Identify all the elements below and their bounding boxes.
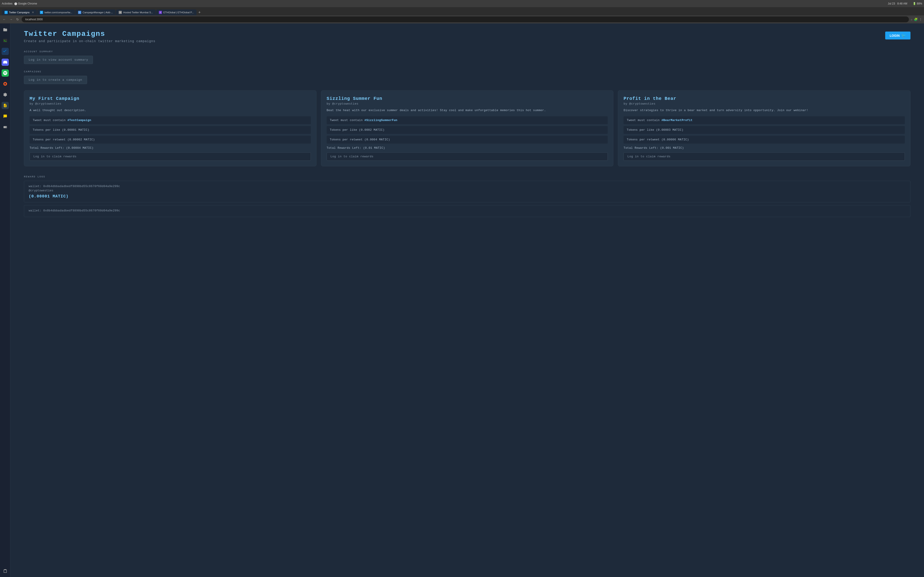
login-label: LOGIN — [890, 34, 900, 37]
campaign-1-claim-btn[interactable]: Log in to claim rewards — [29, 152, 311, 161]
browser-toolbar: ← → ↻ localhost:3000 ☆ 🧩 ⋮ — [0, 15, 924, 23]
svg-point-3 — [6, 127, 6, 127]
os-sidebar — [0, 23, 10, 577]
bookmark-icon[interactable]: ☆ — [911, 18, 913, 21]
campaign-3-retweet-label: Tokens per retweet — [627, 138, 660, 141]
campaign-1-total-rewards: Total Rewards Left: (0.00004 MATIC) — [29, 146, 311, 150]
reward-log-entry-1: wallet: 0x8b4dbbadadbedf8898bd55c8670f60… — [24, 181, 911, 202]
campaigns-header-section: CAMPAIGNS Log in to create a campaign — [24, 70, 911, 84]
campaigns-label: CAMPAIGNS — [24, 70, 911, 73]
campaign-2-description: Beat the heat with our exclusive summer … — [327, 108, 608, 113]
campaign-3-claim-btn[interactable]: Log in to claim rewards — [624, 152, 905, 161]
new-tab-button[interactable]: + — [197, 10, 202, 15]
campaign-card-3: Profit in the Bear by @cryptowesties Dis… — [618, 90, 911, 166]
sidebar-icon-trash[interactable] — [2, 567, 9, 574]
tab-label-compose: twitter.com/compose/tw... — [44, 11, 72, 14]
sidebar-icon-terminal[interactable] — [2, 37, 9, 44]
tab-favicon-compose: T — [40, 11, 43, 14]
tab-label-campaign: CampaignManager | Add-... — [82, 11, 113, 14]
reward-log-2-wallet: wallet: 0x8b4dbbadadbedf8898bd55c8670f60… — [29, 209, 906, 212]
reward-log-entry-2: wallet: 0x8b4dbbadadbedf8898bd55c8670f60… — [24, 205, 911, 217]
campaign-card-1: My First Campaign by @cryptowesties A we… — [24, 90, 317, 166]
campaign-3-retweet-value: (0.00006 MATIC) — [661, 138, 689, 141]
campaign-2-retweet-detail: Tokens per retweet (0.0004 MATIC) — [327, 136, 608, 143]
sidebar-icon-sticky[interactable] — [2, 113, 9, 120]
app-header: Twitter Campaigns Create and participate… — [24, 28, 911, 43]
app-branding: Twitter Campaigns Create and participate… — [24, 30, 155, 43]
campaign-3-title: Profit in the Bear — [624, 96, 905, 101]
campaign-1-tweet-must-label: Tweet must contain — [33, 119, 66, 122]
address-bar[interactable]: localhost:3000 — [22, 16, 909, 22]
app-container: Twitter Campaigns Create and participate… — [10, 23, 924, 577]
campaign-1-like-label: Tokens per like — [33, 128, 60, 132]
toolbar-icons: ☆ 🧩 ⋮ — [911, 18, 922, 21]
campaign-2-hashtag: #SizzlingSummerFun — [365, 119, 397, 122]
browser-activities[interactable]: Activities — [2, 2, 12, 5]
campaign-3-description: Discover strategies to thrive in a bear … — [624, 108, 905, 113]
sidebar-icon-spotify[interactable] — [2, 69, 9, 77]
campaign-3-like-detail: Tokens per like (0.00003 MATIC) — [624, 126, 905, 134]
campaign-1-hashtag: #TestCampaign — [68, 119, 91, 122]
browser-datetime: Jul 23 8:48 AM — [888, 2, 907, 5]
account-summary-label: ACCOUNT SUMMARY — [24, 50, 911, 53]
account-summary-section: ACCOUNT SUMMARY Log in to view account s… — [24, 50, 911, 64]
browser-tabs: T Twitter Campaigns ✕ T twitter.com/comp… — [0, 7, 924, 15]
tab-compose[interactable]: T twitter.com/compose/tw... — [37, 10, 75, 15]
sidebar-icon-settings[interactable] — [2, 91, 9, 98]
campaign-2-title: Sizzling Summer Fun — [327, 96, 608, 101]
login-to-view-account-btn[interactable]: Log in to view account summary — [24, 56, 93, 64]
campaign-2-author: by @cryptowesties — [327, 102, 608, 105]
campaign-1-like-value: (0.00001 MATIC) — [62, 128, 90, 132]
sidebar-icon-files[interactable] — [2, 26, 9, 33]
reward-logs-label: REWARD LOGS — [24, 176, 911, 178]
reward-logs-section: REWARD LOGS wallet: 0x8b4dbbadadbedf8898… — [24, 176, 911, 217]
login-button[interactable]: LOGIN 🐦 — [885, 32, 911, 39]
campaign-1-retweet-value: (0.00002 MATIC) — [68, 138, 95, 141]
twitter-icon: 🐦 — [901, 33, 906, 38]
campaigns-grid: My First Campaign by @cryptowesties A we… — [24, 90, 911, 166]
tab-hosted-twitter[interactable]: H Hosted Twitter Mumbai S... — [116, 10, 156, 15]
sidebar-icon-ssd[interactable] — [2, 124, 9, 131]
sidebar-icon-ubuntu[interactable] — [2, 80, 9, 87]
browser-title-bar: Activities ⬤ Google Chrome Jul 23 8:48 A… — [0, 0, 924, 7]
app-title: Twitter Campaigns — [24, 30, 155, 38]
back-button[interactable]: ← — [2, 17, 7, 22]
campaign-2-like-label: Tokens per like — [330, 128, 357, 132]
browser-app-name: ⬤ Google Chrome — [14, 2, 37, 5]
campaign-2-retweet-label: Tokens per retweet — [330, 138, 363, 141]
sidebar-icon-vscode[interactable] — [2, 48, 9, 55]
reload-button[interactable]: ↻ — [15, 17, 20, 22]
campaign-1-title: My First Campaign — [29, 96, 311, 101]
tab-ethglobal[interactable]: E ETHGlobal | ETHGlobal P... — [156, 10, 197, 15]
campaign-2-total-rewards: Total Rewards Left: (0.01 MATIC) — [327, 146, 608, 150]
sidebar-icon-discord[interactable] — [2, 59, 9, 66]
campaign-card-2: Sizzling Summer Fun by @cryptowesties Be… — [321, 90, 614, 166]
tab-favicon-eth: E — [159, 11, 162, 14]
campaign-3-hashtag: #BearMarketProfit — [661, 119, 693, 122]
browser-systray: 🔋 88% — [913, 2, 922, 5]
tab-favicon-campaign: C — [78, 11, 81, 14]
campaign-1-retweet-label: Tokens per retweet — [33, 138, 66, 141]
app-subtitle: Create and participate in on-chain twitt… — [24, 39, 155, 43]
forward-button[interactable]: → — [8, 17, 13, 22]
more-icon[interactable]: ⋮ — [919, 18, 922, 21]
campaign-1-description: A well thought out description. — [29, 108, 311, 113]
campaign-3-author: by @cryptowesties — [624, 102, 905, 105]
svg-point-1 — [4, 83, 6, 85]
campaign-3-hashtag-detail: Tweet must contain #BearMarketProfit — [624, 116, 905, 124]
address-text: localhost:3000 — [25, 18, 43, 21]
campaign-3-retweet-detail: Tokens per retweet (0.00006 MATIC) — [624, 136, 905, 143]
reward-log-1-wallet: wallet: 0x8b4dbbadadbedf8898bd55c8670f60… — [29, 185, 906, 188]
campaign-2-claim-btn[interactable]: Log in to claim rewards — [327, 152, 608, 161]
tab-campaign-manager[interactable]: C CampaignManager | Add-... — [75, 10, 115, 15]
tab-close-twitter[interactable]: ✕ — [32, 11, 34, 14]
campaign-1-hashtag-detail: Tweet must contain #TestCampaign — [29, 116, 311, 124]
sidebar-icon-notes[interactable] — [2, 102, 9, 109]
campaign-2-retweet-value: (0.0004 MATIC) — [365, 138, 390, 141]
campaign-2-like-detail: Tokens per like (0.0002 MATIC) — [327, 126, 608, 134]
extension-icon[interactable]: 🧩 — [914, 18, 918, 21]
tab-twitter-campaigns[interactable]: T Twitter Campaigns ✕ — [2, 10, 37, 15]
browser-frame: Activities ⬤ Google Chrome Jul 23 8:48 A… — [0, 0, 924, 23]
login-to-create-campaign-btn[interactable]: Log in to create a campaign — [24, 76, 87, 84]
campaign-1-retweet-detail: Tokens per retweet (0.00002 MATIC) — [29, 136, 311, 143]
